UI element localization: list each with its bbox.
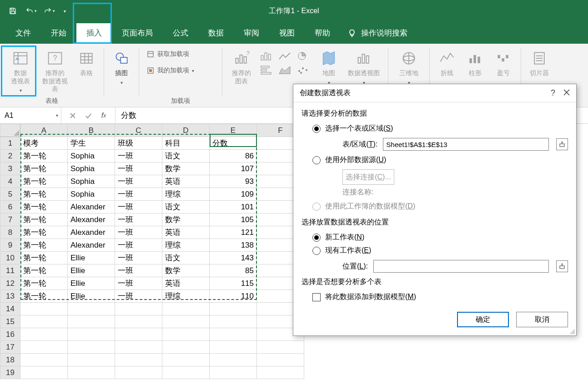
- cell[interactable]: 学生: [68, 137, 115, 150]
- cell[interactable]: [210, 303, 257, 315]
- cell[interactable]: 93: [210, 175, 257, 188]
- tab-file[interactable]: 文件: [5, 23, 41, 44]
- cell[interactable]: 第一轮: [20, 175, 68, 188]
- tab-layout[interactable]: 页面布局: [112, 23, 163, 44]
- cell[interactable]: [20, 315, 68, 328]
- row-header[interactable]: 4: [0, 175, 20, 188]
- cell[interactable]: [68, 328, 115, 341]
- checkbox-add-to-model[interactable]: 将此数据添加到数据模型(M): [302, 290, 568, 304]
- cell[interactable]: 数学: [162, 213, 210, 226]
- cell[interactable]: 一班: [115, 175, 162, 188]
- cell[interactable]: [210, 315, 257, 328]
- dialog-titlebar[interactable]: 创建数据透视表 ?: [293, 84, 576, 102]
- bar-chart-icon[interactable]: [259, 64, 275, 76]
- illustrations-button[interactable]: 插图 ▾: [109, 47, 134, 87]
- qat-customize-icon[interactable]: ▾: [59, 3, 70, 19]
- cell[interactable]: [20, 366, 68, 379]
- row-header[interactable]: 19: [0, 366, 20, 379]
- cell[interactable]: 一班: [115, 252, 162, 264]
- cell[interactable]: 分数: [210, 137, 257, 150]
- cell[interactable]: [162, 328, 210, 341]
- sparkline-winloss-button[interactable]: 盈亏: [491, 47, 516, 79]
- cell[interactable]: 110: [210, 290, 257, 303]
- cell[interactable]: 班级: [115, 137, 162, 150]
- cell[interactable]: 第一轮: [20, 226, 68, 239]
- tell-me-search[interactable]: 操作说明搜索: [340, 23, 415, 44]
- cell[interactable]: Ellie: [68, 252, 115, 264]
- cell[interactable]: [162, 315, 210, 328]
- cell[interactable]: 第一轮: [20, 188, 68, 201]
- cell[interactable]: Sophia: [68, 188, 115, 201]
- help-icon[interactable]: ?: [551, 88, 555, 98]
- cell[interactable]: 138: [210, 239, 257, 252]
- cell[interactable]: 理综: [162, 290, 210, 303]
- radio-select-range[interactable]: 选择一个表或区域(S): [302, 122, 568, 135]
- cell[interactable]: [257, 354, 304, 366]
- row-header[interactable]: 10: [0, 252, 20, 264]
- pivot-chart-button[interactable]: 数据透视图 ▾: [344, 47, 383, 87]
- tab-home[interactable]: 开始: [41, 23, 76, 44]
- cell[interactable]: 107: [210, 162, 257, 175]
- cell[interactable]: 一班: [115, 213, 162, 226]
- cell[interactable]: 第一轮: [20, 213, 68, 226]
- select-all-corner[interactable]: [0, 124, 20, 137]
- cell[interactable]: [115, 354, 162, 366]
- pie-chart-icon[interactable]: [295, 50, 312, 62]
- my-addins-button[interactable]: 我的加载项 ▾: [144, 66, 197, 76]
- line-chart-icon[interactable]: [277, 50, 293, 62]
- cell[interactable]: 理综: [162, 188, 210, 201]
- range-picker-button[interactable]: [556, 138, 568, 150]
- cancel-button[interactable]: 取消: [516, 312, 568, 327]
- row-header[interactable]: 3: [0, 162, 20, 175]
- column-header[interactable]: C: [115, 124, 162, 137]
- row-header[interactable]: 15: [0, 315, 20, 328]
- slicer-button[interactable]: 切片器: [526, 47, 553, 79]
- radio-new-sheet[interactable]: 新工作表(N): [302, 231, 568, 244]
- get-addins-button[interactable]: 获取加载项: [144, 49, 192, 59]
- row-header[interactable]: 17: [0, 341, 20, 354]
- cell[interactable]: 一班: [115, 150, 162, 162]
- cell[interactable]: 101: [210, 201, 257, 213]
- tab-review[interactable]: 审阅: [234, 23, 269, 44]
- cell[interactable]: Ellie: [68, 277, 115, 290]
- cell[interactable]: [68, 341, 115, 354]
- row-header[interactable]: 13: [0, 290, 20, 303]
- cell[interactable]: 第一轮: [20, 290, 68, 303]
- cell[interactable]: 一班: [115, 226, 162, 239]
- cell[interactable]: Sophia: [68, 162, 115, 175]
- cell[interactable]: 语文: [162, 252, 210, 264]
- tab-help[interactable]: 帮助: [305, 23, 340, 44]
- cell[interactable]: Ellie: [68, 290, 115, 303]
- sparkline-column-button[interactable]: 柱形: [462, 47, 488, 79]
- cell[interactable]: 英语: [162, 226, 210, 239]
- column-header[interactable]: A: [20, 124, 68, 137]
- row-header[interactable]: 12: [0, 277, 20, 290]
- cell[interactable]: 第一轮: [20, 162, 68, 175]
- cell[interactable]: 85: [210, 264, 257, 277]
- cell[interactable]: 86: [210, 150, 257, 162]
- cell[interactable]: [115, 341, 162, 354]
- cell[interactable]: Ellie: [68, 264, 115, 277]
- cell[interactable]: 一班: [115, 277, 162, 290]
- cell[interactable]: 数学: [162, 264, 210, 277]
- row-header[interactable]: 16: [0, 328, 20, 341]
- cell[interactable]: Alexander: [68, 213, 115, 226]
- cell[interactable]: 理综: [162, 239, 210, 252]
- cell[interactable]: 第一轮: [20, 252, 68, 264]
- tab-insert[interactable]: 插入: [76, 23, 112, 44]
- name-box[interactable]: A1 ▾: [0, 107, 61, 123]
- cell[interactable]: 一班: [115, 188, 162, 201]
- row-header[interactable]: 11: [0, 264, 20, 277]
- location-input[interactable]: [373, 260, 549, 273]
- cell[interactable]: [20, 328, 68, 341]
- row-header[interactable]: 8: [0, 226, 20, 239]
- row-header[interactable]: 5: [0, 188, 20, 201]
- cell[interactable]: Alexander: [68, 201, 115, 213]
- radio-external-source[interactable]: 使用外部数据源(U): [302, 153, 568, 167]
- cell[interactable]: [68, 303, 115, 315]
- column-header[interactable]: D: [162, 124, 210, 137]
- column-header[interactable]: B: [68, 124, 115, 137]
- cell[interactable]: [257, 341, 304, 354]
- cell[interactable]: 一班: [115, 239, 162, 252]
- cell[interactable]: 英语: [162, 175, 210, 188]
